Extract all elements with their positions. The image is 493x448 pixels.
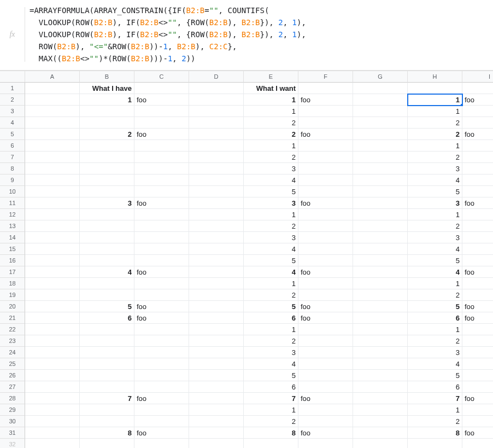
cell-C14[interactable] — [134, 232, 189, 243]
cell-A30[interactable] — [25, 416, 80, 427]
cell-C21[interactable]: foo — [134, 312, 189, 324]
cell-A24[interactable] — [25, 347, 80, 358]
cell-H2[interactable]: 1 — [408, 94, 462, 106]
cell-A31[interactable] — [25, 427, 80, 439]
cell-D20[interactable] — [189, 301, 244, 312]
cell-D18[interactable] — [189, 278, 244, 289]
cell-F10[interactable] — [298, 186, 353, 197]
cell-G30[interactable] — [353, 416, 408, 427]
select-all-corner[interactable] — [0, 71, 25, 83]
cell-F27[interactable] — [298, 381, 353, 393]
row-header-8[interactable]: 8 — [0, 163, 25, 174]
cell-F32[interactable] — [298, 439, 353, 448]
cell-H17[interactable]: 4 — [408, 266, 462, 278]
cell-C18[interactable] — [134, 278, 189, 289]
cell-B9[interactable] — [80, 174, 134, 186]
cell-A21[interactable] — [25, 312, 80, 324]
cell-C16[interactable] — [134, 255, 189, 266]
cell-D14[interactable] — [189, 232, 244, 243]
cell-E24[interactable]: 3 — [244, 347, 298, 358]
cell-F13[interactable] — [298, 220, 353, 232]
cell-B27[interactable] — [80, 381, 134, 393]
cell-I20[interactable]: foo — [462, 301, 493, 312]
cell-E22[interactable]: 1 — [244, 324, 298, 335]
cell-A25[interactable] — [25, 358, 80, 370]
cell-A4[interactable] — [25, 117, 80, 129]
cell-D30[interactable] — [189, 416, 244, 427]
cell-E31[interactable]: 8 — [244, 427, 298, 439]
cell-F25[interactable] — [298, 358, 353, 370]
cell-I28[interactable]: foo — [462, 393, 493, 404]
row-header-24[interactable]: 24 — [0, 347, 25, 358]
cell-I10[interactable] — [462, 186, 493, 197]
cell-H20[interactable]: 5 — [408, 301, 462, 312]
row-header-17[interactable]: 17 — [0, 266, 25, 278]
cell-F7[interactable] — [298, 152, 353, 163]
cell-C8[interactable] — [134, 163, 189, 174]
row-header-21[interactable]: 21 — [0, 312, 25, 324]
cell-I3[interactable] — [462, 106, 493, 117]
cell-E11[interactable]: 3 — [244, 197, 298, 209]
cell-H29[interactable]: 1 — [408, 404, 462, 416]
cell-C6[interactable] — [134, 140, 189, 152]
cell-B2[interactable]: 1 — [80, 94, 134, 106]
cell-D4[interactable] — [189, 117, 244, 129]
cell-C9[interactable] — [134, 174, 189, 186]
cell-F31[interactable]: foo — [298, 427, 353, 439]
cell-B24[interactable] — [80, 347, 134, 358]
cell-F19[interactable] — [298, 289, 353, 301]
cell-D24[interactable] — [189, 347, 244, 358]
cell-H25[interactable]: 4 — [408, 358, 462, 370]
cell-I15[interactable] — [462, 243, 493, 255]
cell-G14[interactable] — [353, 232, 408, 243]
row-header-3[interactable]: 3 — [0, 106, 25, 117]
cell-B30[interactable] — [80, 416, 134, 427]
row-header-11[interactable]: 11 — [0, 197, 25, 209]
cell-A11[interactable] — [25, 197, 80, 209]
cell-B19[interactable] — [80, 289, 134, 301]
cell-F12[interactable] — [298, 209, 353, 220]
cell-D2[interactable] — [189, 94, 244, 106]
cell-D3[interactable] — [189, 106, 244, 117]
cell-I6[interactable] — [462, 140, 493, 152]
cell-C27[interactable] — [134, 381, 189, 393]
column-header-F[interactable]: F — [298, 71, 353, 83]
cell-D17[interactable] — [189, 266, 244, 278]
cell-D9[interactable] — [189, 174, 244, 186]
cell-G32[interactable] — [353, 439, 408, 448]
cell-C20[interactable]: foo — [134, 301, 189, 312]
row-header-23[interactable]: 23 — [0, 335, 25, 347]
cell-A12[interactable] — [25, 209, 80, 220]
column-header-E[interactable]: E — [244, 71, 298, 83]
cell-G31[interactable] — [353, 427, 408, 439]
cell-G23[interactable] — [353, 335, 408, 347]
cell-G29[interactable] — [353, 404, 408, 416]
cell-F6[interactable] — [298, 140, 353, 152]
cell-H18[interactable]: 1 — [408, 278, 462, 289]
cell-A14[interactable] — [25, 232, 80, 243]
cell-G5[interactable] — [353, 129, 408, 140]
cell-I24[interactable] — [462, 347, 493, 358]
cell-C11[interactable]: foo — [134, 197, 189, 209]
column-header-A[interactable]: A — [25, 71, 80, 83]
cell-A32[interactable] — [25, 439, 80, 448]
cell-F16[interactable] — [298, 255, 353, 266]
row-header-26[interactable]: 26 — [0, 370, 25, 381]
cell-C30[interactable] — [134, 416, 189, 427]
row-header-6[interactable]: 6 — [0, 140, 25, 152]
cell-I8[interactable] — [462, 163, 493, 174]
cell-C31[interactable]: foo — [134, 427, 189, 439]
cell-H14[interactable]: 3 — [408, 232, 462, 243]
cell-H22[interactable]: 1 — [408, 324, 462, 335]
row-header-12[interactable]: 12 — [0, 209, 25, 220]
cell-A2[interactable] — [25, 94, 80, 106]
cell-I4[interactable] — [462, 117, 493, 129]
cell-H7[interactable]: 2 — [408, 152, 462, 163]
cell-E28[interactable]: 7 — [244, 393, 298, 404]
cell-H16[interactable]: 5 — [408, 255, 462, 266]
cell-F14[interactable] — [298, 232, 353, 243]
cell-H4[interactable]: 2 — [408, 117, 462, 129]
cell-F5[interactable]: foo — [298, 129, 353, 140]
cell-A1[interactable] — [25, 83, 80, 94]
cell-A13[interactable] — [25, 220, 80, 232]
